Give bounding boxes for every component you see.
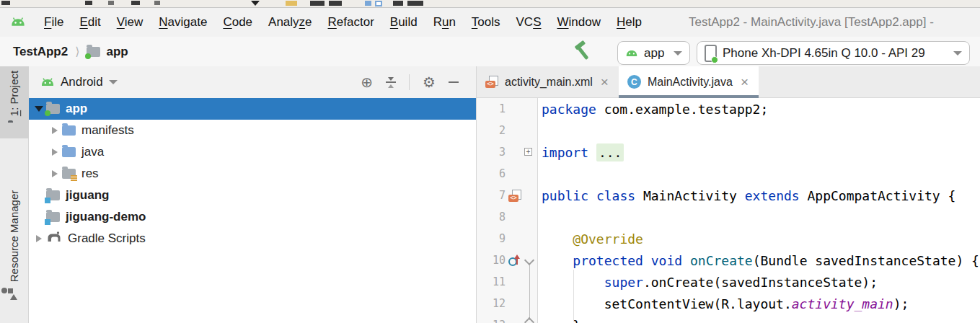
folder-blue-icon	[62, 147, 76, 157]
gutter-icon-slot	[506, 255, 524, 266]
java-class-icon: C	[627, 75, 641, 89]
artifact	[329, 1, 342, 6]
code-line-13[interactable]: 13 }	[477, 314, 980, 323]
code-line-8[interactable]: 8	[477, 206, 980, 228]
chevron-collapsed-icon[interactable]	[48, 149, 62, 156]
tree-item-label: manifests	[81, 123, 134, 138]
project-tree: appmanifestsjavaresjiguangjiguang-demoGr…	[29, 98, 476, 323]
main-area: 1: Project Resource Manager Android ⊕ ⚙	[0, 66, 980, 323]
line-number: 10	[477, 254, 506, 267]
code-line-1[interactable]: 1package com.example.testapp2;	[477, 98, 980, 120]
chevron-collapsed-icon[interactable]	[48, 170, 62, 177]
code-text: setContentView(R.layout.activity_main);	[537, 296, 909, 311]
resource-manager-tab-label: Resource Manager	[9, 190, 21, 282]
artifact-dropdown-triangle	[251, 1, 260, 6]
code-line-10[interactable]: 10 protected void onCreate(Bundle savedI…	[477, 249, 980, 271]
breadcrumb-project[interactable]: TestApp2	[13, 45, 68, 59]
project-view-selector[interactable]: Android	[61, 75, 103, 89]
editor-tab-label: MainActivity.java	[648, 76, 733, 89]
android-icon	[40, 78, 55, 87]
related-layout-icon[interactable]: <>	[508, 190, 521, 202]
menu-window[interactable]: Window	[549, 15, 609, 29]
indent-guide	[573, 270, 574, 322]
code-line-12[interactable]: 12 setContentView(R.layout.activity_main…	[477, 293, 980, 314]
line-number: 7	[477, 189, 506, 202]
fold-expand-icon[interactable]: +	[524, 148, 532, 156]
tool-window-tab-project[interactable]: 1: Project	[0, 66, 29, 138]
code-line-6[interactable]: 6	[477, 163, 980, 185]
build-hammer-icon[interactable]	[572, 40, 595, 63]
editor-area: <>activity_main.xml×CMainActivity.java× …	[476, 66, 980, 323]
menu-file[interactable]: File	[36, 15, 71, 29]
code-line-3[interactable]: 3import ...	[477, 141, 980, 163]
chevron-collapsed-icon[interactable]	[32, 235, 46, 242]
menu-build[interactable]: Build	[382, 15, 425, 29]
menu-refactor[interactable]: Refactor	[320, 15, 382, 29]
code-line-7[interactable]: 7<>public class MainActivity extends App…	[477, 185, 980, 206]
menu-help[interactable]: Help	[609, 15, 650, 29]
tree-item-label: Gradle Scripts	[68, 231, 146, 246]
module-icon	[46, 212, 60, 222]
hide-panel-icon[interactable]	[449, 81, 459, 83]
run-configuration-select[interactable]: app	[617, 41, 690, 65]
navigation-bar: TestApp2 ⟩ app app Phone Xh-DPI 4.65in Q…	[0, 37, 980, 67]
code-editor[interactable]: 1package com.example.testapp2;23import .…	[477, 98, 980, 323]
chevron-collapsed-icon[interactable]	[48, 127, 62, 134]
main-menu: FileEditViewNavigateCodeAnalyzeRefactorB…	[36, 15, 650, 30]
menu-run[interactable]: Run	[425, 15, 464, 29]
breadcrumb-chevron-icon: ⟩	[75, 45, 79, 58]
project-tab-label: 1: Project	[9, 70, 21, 115]
artifact	[85, 1, 92, 5]
locate-file-icon[interactable]: ⊕	[361, 75, 373, 89]
code-text: }	[537, 318, 581, 323]
menu-view[interactable]: View	[109, 15, 151, 29]
tree-item-java[interactable]: java	[29, 141, 476, 163]
project-panel-header: Android ⊕ ⚙	[29, 66, 476, 98]
menu-code[interactable]: Code	[215, 15, 260, 29]
line-number: 1	[477, 102, 506, 115]
tree-item-app[interactable]: app	[29, 98, 476, 120]
code-text: @Override	[537, 231, 643, 247]
code-text: super.onCreate(savedInstanceState);	[537, 275, 878, 290]
tool-window-tab-resource-manager[interactable]: Resource Manager	[0, 182, 29, 309]
chevron-down-icon	[953, 51, 962, 56]
chevron-expanded-icon[interactable]	[32, 106, 46, 112]
layout-xml-icon: <>	[485, 76, 498, 88]
settings-gear-icon[interactable]: ⚙	[423, 75, 436, 89]
tree-item-jiguang-demo[interactable]: jiguang-demo	[29, 206, 476, 228]
android-studio-logo-icon	[10, 17, 26, 27]
device-select[interactable]: Phone Xh-DPI 4.65in Q 10.0 - API 29	[697, 41, 970, 65]
overrides-method-icon[interactable]	[508, 255, 521, 266]
android-studio-window: FileEditViewNavigateCodeAnalyzeRefactorB…	[0, 0, 980, 323]
chevron-down-icon[interactable]	[109, 80, 118, 84]
tree-item-res[interactable]: res	[29, 163, 476, 185]
code-line-9[interactable]: 9 @Override	[477, 228, 980, 249]
tree-item-jiguang[interactable]: jiguang	[29, 185, 476, 206]
line-number: 13	[477, 319, 506, 323]
menu-edit[interactable]: Edit	[71, 15, 108, 29]
editor-tab-mainactivity.java[interactable]: CMainActivity.java×	[619, 66, 759, 97]
editor-tabs: <>activity_main.xml×CMainActivity.java×	[477, 66, 980, 98]
module-folder-icon	[87, 47, 100, 57]
artifact	[131, 1, 140, 5]
editor-tab-activity_main.xml[interactable]: <>activity_main.xml×	[477, 66, 619, 97]
menu-tools[interactable]: Tools	[464, 15, 508, 29]
collapse-all-icon[interactable]	[386, 76, 396, 88]
artifact	[310, 1, 325, 6]
breadcrumb-module[interactable]: app	[106, 45, 128, 59]
code-line-2[interactable]: 2	[477, 120, 980, 141]
close-icon[interactable]: ×	[601, 76, 609, 88]
tree-item-label: jiguang	[66, 188, 109, 203]
menu-analyze[interactable]: Analyze	[260, 15, 320, 29]
tree-item-label: java	[81, 145, 104, 159]
line-number: 11	[477, 275, 506, 288]
tree-item-gradle-scripts[interactable]: Gradle Scripts	[29, 228, 476, 249]
tree-item-manifests[interactable]: manifests	[29, 120, 476, 141]
artifact-checkbox	[375, 1, 382, 6]
menu-navigate[interactable]: Navigate	[151, 15, 215, 29]
fold-region-line	[529, 265, 530, 320]
menu-vcs[interactable]: VCS	[508, 15, 549, 29]
artifact	[393, 1, 403, 6]
close-icon[interactable]: ×	[741, 76, 749, 88]
code-line-11[interactable]: 11 super.onCreate(savedInstanceState);	[477, 271, 980, 293]
